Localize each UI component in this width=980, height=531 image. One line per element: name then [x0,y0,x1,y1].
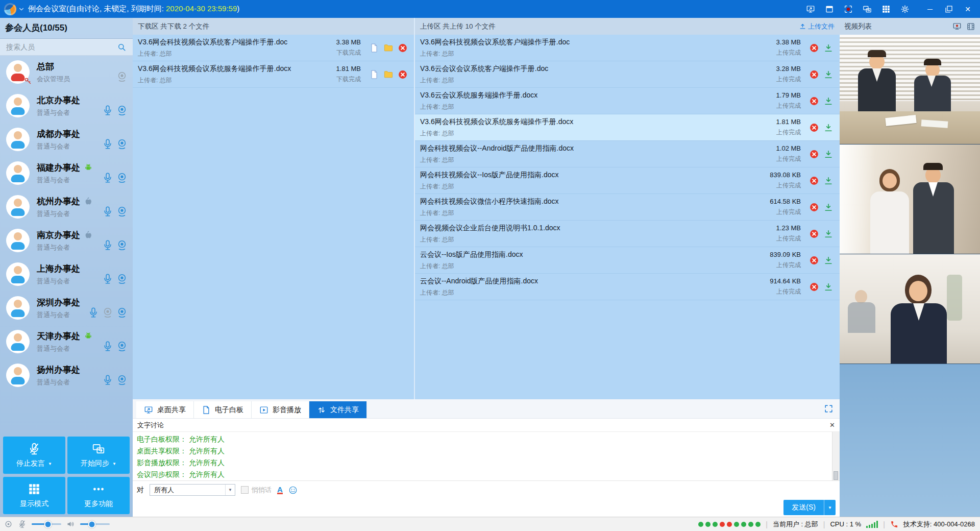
delete-file-icon[interactable] [809,123,819,133]
upload-file-row[interactable]: V3.6网会科技视频会议系统客户端操作手册.doc 上传者: 总部 3.38 M… [415,35,840,61]
download-file-icon[interactable] [823,282,834,292]
participant-row[interactable]: 扬州办事处 普通与会者 [0,358,133,392]
speaker-icon[interactable] [66,520,75,528]
sync-screens-icon[interactable] [862,4,872,14]
camera-icon[interactable] [116,172,128,183]
download-file-icon[interactable] [823,69,834,80]
mic-icon[interactable] [102,374,113,385]
camera-icon[interactable] [116,138,128,150]
mic-icon[interactable] [88,307,99,318]
upload-file-row[interactable]: 网会科技视频会议--Ios版产品使用指南.docx 上传者: 总部 839.08… [415,167,840,194]
video-tile-2[interactable] [840,144,980,254]
camera-icon[interactable] [116,105,128,116]
camera-icon[interactable] [116,206,128,217]
tab-desktop-share[interactable]: 桌面共享 [136,401,194,418]
tab-media-play[interactable]: 影音播放 [252,401,309,418]
scrollbar-thumb[interactable] [834,471,838,480]
camera-icon[interactable] [116,239,128,251]
download-file-row[interactable]: V3.6网会科技视频会议系统客户端操作手册.doc 上传者: 总部 3.38 M… [133,35,414,61]
chat-compose-area[interactable]: 发送(S) ▼ [133,499,840,518]
tab-whiteboard[interactable]: 电子白板 [194,401,252,418]
open-folder-icon[interactable] [383,69,394,80]
camera-icon[interactable] [116,341,128,352]
more-functions-button[interactable]: 更多功能 [67,477,130,514]
settings-gear-icon[interactable] [900,4,910,14]
participant-row[interactable]: 成都办事处 普通与会者 [0,123,133,156]
mic-volume-slider[interactable] [32,523,61,525]
camera-off-icon[interactable] [116,71,128,82]
download-file-icon[interactable] [823,176,834,186]
expand-fullscreen-icon[interactable] [824,404,834,414]
maximize-button[interactable] [944,4,954,14]
download-file-row[interactable]: V3.6网会科技视频会议系统服务端操作手册.docx 上传者: 总部 1.81 … [133,61,414,88]
upload-file-row[interactable]: V3.6网会科技视频会议系统服务端操作手册.docx 上传者: 总部 1.81 … [415,114,840,141]
mic-icon[interactable] [102,138,113,150]
delete-file-icon[interactable] [809,96,819,106]
chat-close-icon[interactable]: ✕ [829,422,835,428]
participant-row[interactable]: 福建办事处 普通与会者 [0,156,133,190]
emoji-icon[interactable] [288,486,298,495]
participant-row[interactable]: 上海办事处 普通与会者 [0,257,133,291]
delete-file-icon[interactable] [809,176,819,186]
upload-file-link[interactable]: 上传文件 [799,18,835,35]
download-file-icon[interactable] [823,96,834,106]
select-caret-icon[interactable]: ▼ [225,485,235,495]
participant-row[interactable]: 南京办事处 普通与会者 [0,224,133,257]
upload-file-row[interactable]: 网会科技视频会议微信小程序快速指南.docx 上传者: 总部 614.58 KB… [415,194,840,221]
search-input[interactable] [0,42,117,52]
upload-file-row[interactable]: V3.6云会议系统服务端操作手册.docx 上传者: 总部 1.79 MB 上传… [415,88,840,114]
record-status-icon[interactable] [4,520,13,528]
participant-row[interactable]: 北京办事处 普通与会者 [0,89,133,123]
open-folder-icon[interactable] [383,43,394,53]
participant-row[interactable]: 杭州办事处 普通与会者 [0,190,133,224]
delete-file-icon[interactable] [398,69,408,80]
mic-icon[interactable] [102,105,113,116]
chat-scrollbar[interactable] [832,432,840,480]
close-button[interactable]: ✕ [963,4,973,14]
stop-speaking-button[interactable]: 停止发言▼ [3,437,65,474]
search-icon[interactable] [117,42,127,52]
delete-file-icon[interactable] [809,229,819,239]
dropdown-caret[interactable]: ▼ [48,462,52,466]
window-mode-icon[interactable] [824,4,835,14]
dropdown-caret[interactable]: ▼ [112,462,116,466]
upload-file-row[interactable]: 云会议--Ios版产品使用指南.docx 上传者: 总部 839.09 KB 上… [415,247,840,274]
delete-file-icon[interactable] [398,43,408,53]
tab-file-share[interactable]: 文件共享 [309,401,367,418]
download-file-icon[interactable] [823,123,834,133]
minimize-button[interactable]: ─ [925,4,935,14]
video-wall-icon[interactable] [966,22,975,31]
download-file-icon[interactable] [823,255,834,266]
delete-file-icon[interactable] [809,202,819,212]
screen-share-icon[interactable] [805,4,816,14]
display-mode-button[interactable]: 显示模式 [3,477,65,514]
mic-icon[interactable] [102,206,113,217]
video-tile-3[interactable] [840,254,980,364]
mic-icon[interactable] [102,273,113,284]
chevron-down-icon[interactable] [18,6,25,13]
download-file-icon[interactable] [823,43,834,53]
open-file-icon[interactable] [369,69,379,80]
start-sync-button[interactable]: 开始同步▼ [67,437,130,474]
video-tile-1[interactable] [840,35,980,144]
whisper-checkbox[interactable] [241,486,249,494]
recipient-select[interactable]: 所有人 ▼ [150,484,235,496]
send-options-caret[interactable]: ▼ [824,500,836,515]
participant-row[interactable]: 深圳办事处 普通与会者 [0,291,133,325]
mic-icon[interactable] [102,172,113,183]
delete-file-icon[interactable] [809,149,819,159]
delete-file-icon[interactable] [809,43,819,53]
video-monitor-icon[interactable] [952,22,962,31]
open-file-icon[interactable] [369,43,379,53]
record-icon[interactable] [843,4,853,14]
speaker-volume-slider[interactable] [80,523,110,525]
camera-icon[interactable] [116,307,128,318]
download-file-icon[interactable] [823,229,834,239]
delete-file-icon[interactable] [809,69,819,80]
mic-icon[interactable] [102,341,113,352]
send-button[interactable]: 发送(S) ▼ [783,500,836,515]
mic-muted-status-icon[interactable] [18,520,27,528]
upload-file-row[interactable]: V3.6云会议会议系统客户端操作手册.doc 上传者: 总部 3.28 MB 上… [415,61,840,88]
participant-row[interactable]: 天津办事处 普通与会者 [0,325,133,358]
upload-file-row[interactable]: 网会科技视频会议--Android版产品使用指南.docx 上传者: 总部 1.… [415,141,840,167]
